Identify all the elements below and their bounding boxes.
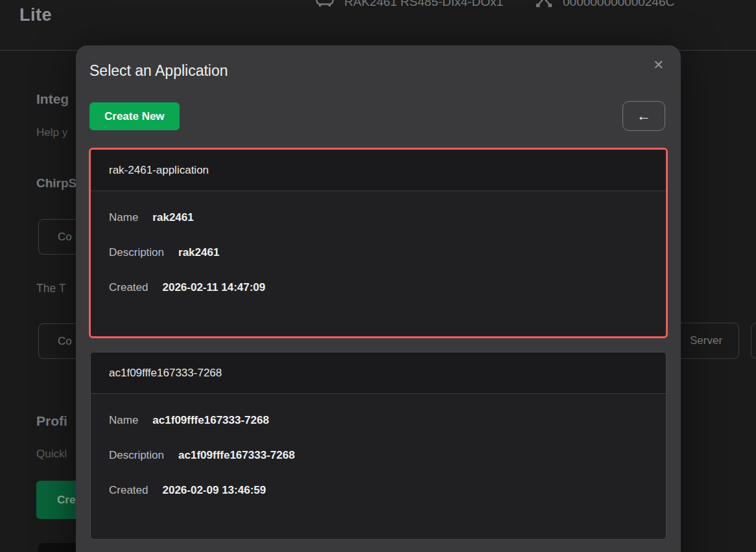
name-value: rak2461 [152,211,193,224]
create-new-button[interactable]: Create New [89,102,180,130]
name-row: Nameac1f09fffe167333-7268 [109,414,648,427]
name-label: Name [109,211,138,224]
configure-button-top-label: Co [58,231,72,244]
configure-button-bottom-label: Co [58,335,72,348]
description-label: Description [109,246,164,259]
application-card-title: rak-2461-application [91,150,666,191]
created-value: 2026-02-11 14:47:09 [162,281,265,293]
chirpstack-heading: ChirpS [36,176,77,190]
close-icon[interactable]: ✕ [653,58,664,71]
application-card-title: ac1f09fffe167333-7268 [91,352,666,394]
network-node-icon [536,0,552,8]
server-button-label: Server [690,334,722,347]
name-row: Namerak2461 [109,211,648,224]
created-row: Created2026-02-11 14:47:09 [109,281,648,294]
device-module-icon [316,0,334,8]
device-eui-text: 000000000000246C [563,0,674,9]
description-value: rak2461 [178,246,219,259]
description-row: Descriptionrak2461 [109,246,648,259]
application-card-body: Namerak2461 Descriptionrak2461 Created20… [91,191,666,294]
profiles-subtext: Quickl [36,448,67,461]
created-label: Created [109,484,148,496]
application-card-selected[interactable]: rak-2461-application Namerak2461 Descrip… [89,148,668,338]
device-eui-item: 000000000000246C [536,0,674,9]
created-row: Created2026-02-09 13:46:59 [109,484,648,497]
create-profile-button-label: Cre [57,494,75,507]
things-stack-text: The T [36,282,65,295]
name-label: Name [109,414,138,426]
app-logo: Lite [19,5,52,25]
modal-title: Select an Application [89,62,228,80]
app-header: Lite RAK2461 RS485-DIx4-DOx1 00000000000 [0,0,756,51]
device-model-text: RAK2461 RS485-DIx4-DOx1 [344,0,503,9]
created-label: Created [109,281,148,293]
description-label: Description [109,449,164,461]
description-row: Descriptionac1f09fffe167333-7268 [109,449,648,462]
application-card[interactable]: ac1f09fffe167333-7268 Nameac1f09fffe1673… [90,352,667,540]
name-value: ac1f09fffe167333-7268 [152,414,269,426]
back-button[interactable]: ← [622,101,665,131]
integrations-subtext: Help y [36,126,67,139]
created-value: 2026-02-09 13:46:59 [162,484,266,496]
application-card-body: Nameac1f09fffe167333-7268 Descriptionac1… [91,394,666,497]
back-arrow-icon: ← [637,108,651,124]
device-info-row: RAK2461 RS485-DIx4-DOx1 000000000000246C [316,0,674,9]
profiles-heading: Profi [36,413,67,429]
edge-button[interactable] [751,323,756,359]
description-value: ac1f09fffe167333-7268 [178,449,295,461]
integrations-heading: Integ [36,91,69,107]
select-application-modal: Select an Application ✕ Create New ← rak… [76,45,681,552]
device-model-item: RAK2461 RS485-DIx4-DOx1 [316,0,503,9]
